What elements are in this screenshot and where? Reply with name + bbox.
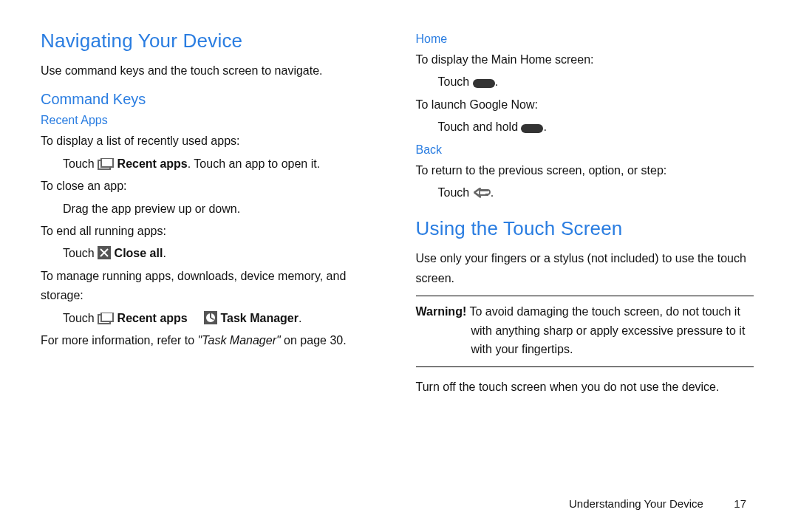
recent-apps-suffix: . Touch an app to open it. (188, 157, 320, 170)
period: . (495, 75, 498, 88)
heading-touch-screen: Using the Touch Screen (416, 217, 754, 240)
close-all-label: Close all (115, 247, 163, 259)
back-action: Touch . (416, 183, 754, 202)
heading-home: Home (416, 33, 754, 46)
recent-apps-icon (98, 158, 114, 170)
google-now-action: Touch and hold . (416, 117, 754, 137)
period: . (491, 186, 494, 199)
svg-rect-12 (521, 124, 543, 133)
xref-title: "Task Manager" (198, 334, 281, 347)
recent-apps-intro: To display a list of recently used apps: (41, 132, 379, 151)
page-number: 17 (724, 497, 746, 510)
warning-box: Warning! To avoid damaging the touch scr… (416, 296, 754, 367)
heading-command-keys: Command Keys (41, 91, 379, 108)
recent-apps-icon (98, 313, 114, 324)
navigating-intro: Use command keys and the touch screen to… (41, 61, 379, 81)
xref-prefix: For more information, refer to (41, 334, 198, 347)
home-intro: To display the Main Home screen: (416, 50, 754, 69)
end-apps-intro: To end all running apps: (41, 222, 379, 241)
close-all-icon (98, 246, 111, 259)
warning-body: To avoid damaging the touch screen, do n… (466, 305, 745, 355)
google-now-intro: To launch Google Now: (416, 95, 754, 115)
manual-page: Navigating Your Device Use command keys … (0, 0, 798, 532)
manage-apps-intro: To manage running apps, downloads, devic… (41, 267, 379, 306)
touchscreen-intro: Use only your fingers or a stylus (not i… (416, 249, 754, 288)
svg-rect-1 (101, 158, 113, 167)
warning-label: Warning! (416, 305, 467, 318)
home-button-icon (473, 79, 495, 88)
warning-text: Warning! To avoid damaging the touch scr… (416, 302, 754, 359)
svg-rect-9 (210, 313, 211, 318)
touchscreen-note: Turn off the touch screen when you do no… (416, 378, 754, 397)
right-column: Home To display the Main Home screen: To… (416, 30, 754, 400)
period: . (543, 120, 546, 133)
touch-label: Touch (438, 186, 473, 199)
task-manager-label: Task Manager (220, 312, 299, 324)
touch-label: Touch (63, 312, 98, 324)
heading-navigating-device: Navigating Your Device (41, 30, 379, 52)
touch-label: Touch (438, 75, 473, 88)
recent-apps-action: Touch Recent apps. Touch an app to open … (41, 154, 379, 174)
xref-task-manager: For more information, refer to "Task Man… (41, 331, 379, 350)
manage-apps-action: Touch Recent apps Task Manager. (41, 309, 379, 328)
footer-section-title: Understanding Your Device (569, 497, 703, 510)
period: . (163, 247, 166, 259)
left-column: Navigating Your Device Use command keys … (41, 30, 379, 400)
close-app-intro: To close an app: (41, 177, 379, 196)
home-button-icon (521, 124, 543, 133)
svg-rect-6 (101, 313, 113, 321)
back-icon (473, 187, 491, 199)
period: . (299, 312, 301, 324)
recent-apps-label: Recent apps (117, 157, 188, 170)
back-intro: To return to the previous screen, option… (416, 161, 754, 180)
two-column-layout: Navigating Your Device Use command keys … (41, 30, 754, 400)
heading-back: Back (416, 143, 754, 157)
xref-suffix: on page 30. (281, 334, 347, 347)
recent-apps-label: Recent apps (117, 312, 188, 324)
page-footer: Understanding Your Device 17 (569, 497, 746, 510)
touch-label: Touch (63, 247, 98, 259)
close-app-action: Drag the app preview up or down. (41, 200, 379, 219)
home-action: Touch . (416, 72, 754, 92)
heading-recent-apps: Recent Apps (41, 114, 379, 127)
task-manager-icon (204, 311, 217, 324)
touch-hold-label: Touch and hold (438, 120, 522, 133)
end-apps-action: Touch Close all. (41, 244, 379, 263)
touch-label: Touch (63, 157, 98, 170)
svg-rect-11 (473, 79, 495, 88)
